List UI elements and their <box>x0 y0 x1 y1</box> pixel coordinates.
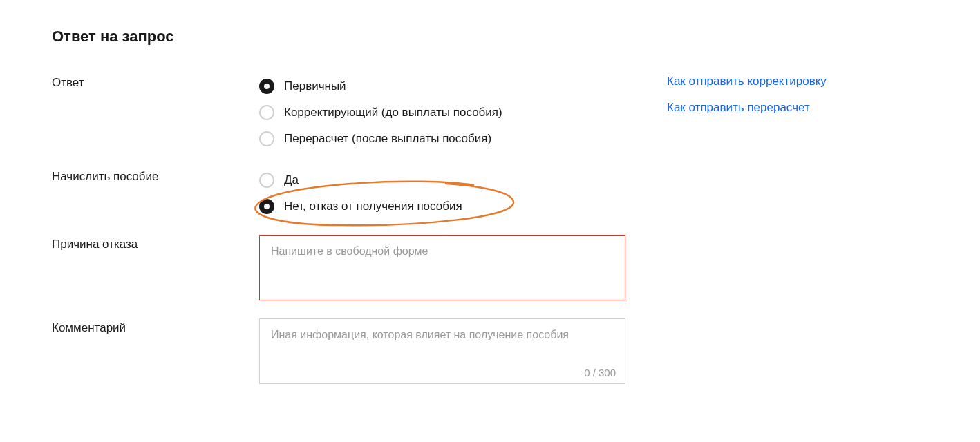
comment-input[interactable] <box>259 318 625 384</box>
radio-unselected-icon <box>259 105 274 120</box>
radio-selected-icon <box>259 199 274 214</box>
radio-recalc[interactable]: Перерасчет (после выплаты пособия) <box>259 126 625 152</box>
radio-primary-label: Первичный <box>284 79 346 93</box>
radio-unselected-icon <box>259 131 274 146</box>
link-how-to-correct[interactable]: Как отправить корректировку <box>667 75 827 88</box>
radio-no-refuse-label: Нет, отказ от получения пособия <box>284 200 462 213</box>
radio-selected-icon <box>259 79 274 94</box>
radio-recalc-label: Перерасчет (после выплаты пособия) <box>284 132 491 146</box>
radio-correcting[interactable]: Корректирующий (до выплаты пособия) <box>259 99 625 126</box>
reason-input[interactable] <box>259 235 625 300</box>
radio-correcting-label: Корректирующий (до выплаты пособия) <box>284 106 502 119</box>
radio-unselected-icon <box>259 173 274 188</box>
answer-label: Ответ <box>52 73 259 90</box>
radio-no-refuse[interactable]: Нет, отказ от получения пособия <box>259 193 625 220</box>
accrue-label: Начислить пособие <box>52 167 259 184</box>
radio-yes-label: Да <box>284 173 299 187</box>
comment-label: Комментарий <box>52 318 259 335</box>
reason-label: Причина отказа <box>52 235 259 251</box>
radio-primary[interactable]: Первичный <box>259 73 625 99</box>
section-title: Ответ на запрос <box>52 28 928 46</box>
link-how-to-recalc[interactable]: Как отправить перерасчет <box>667 101 827 115</box>
radio-yes[interactable]: Да <box>259 167 625 193</box>
